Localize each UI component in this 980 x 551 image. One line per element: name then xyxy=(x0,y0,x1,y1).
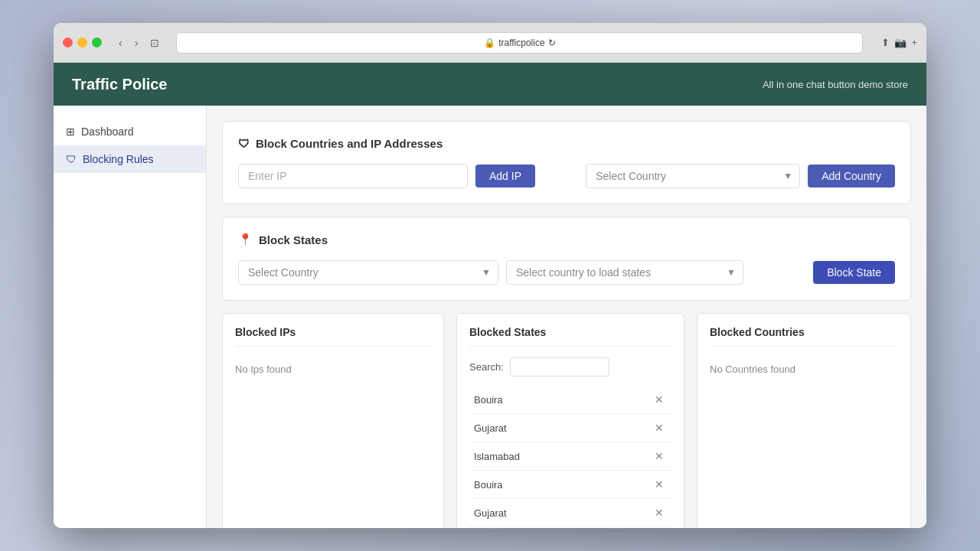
country-select-wrapper: Select Country ▼ xyxy=(586,164,800,188)
blocked-states-panel: Blocked States Search: Bouira ✕ Gujarat xyxy=(456,313,684,528)
browser-window: ‹ › ⊡ 🔒 trafficpolice ↻ ⬆ 📷 + Traffic Po… xyxy=(54,23,926,528)
state-name-1: Gujarat xyxy=(474,422,507,434)
search-input[interactable] xyxy=(510,357,609,377)
shield-icon: 🛡 xyxy=(238,137,250,150)
states-input-row: Select Country ▼ Select country to load … xyxy=(238,260,895,285)
search-label: Search: xyxy=(469,361,504,373)
state-row-3: Bouira ✕ xyxy=(469,471,671,499)
remove-state-button-2[interactable]: ✕ xyxy=(652,448,667,464)
add-ip-button[interactable]: Add IP xyxy=(475,165,535,187)
block-states-title: 📍 Block States xyxy=(238,233,895,246)
dashboard-icon: ⊞ xyxy=(66,126,75,138)
browser-action-icons: ⬆ 📷 + xyxy=(881,37,917,48)
traffic-lights xyxy=(63,37,102,47)
screenshot-icon[interactable]: 📷 xyxy=(894,37,906,48)
state-list: Bouira ✕ Gujarat ✕ Islamabad ✕ xyxy=(469,386,671,528)
sidebar-label-dashboard: Dashboard xyxy=(81,126,134,138)
state-select[interactable]: Select country to load states xyxy=(506,260,743,285)
blocking-rules-icon: 🛡 xyxy=(66,153,77,165)
url-text: trafficpolice xyxy=(498,37,544,48)
states-country-select-wrapper: Select Country ▼ xyxy=(238,260,498,285)
share-icon[interactable]: ⬆ xyxy=(881,37,890,48)
blocked-countries-title: Blocked Countries xyxy=(710,326,898,347)
country-select[interactable]: Select Country xyxy=(586,164,800,188)
block-ip-section: 🛡 Block Countries and IP Addresses Add I… xyxy=(222,121,911,204)
state-name-4: Gujarat xyxy=(474,507,507,519)
main-content: 🛡 Block Countries and IP Addresses Add I… xyxy=(207,106,926,528)
block-state-button[interactable]: Block State xyxy=(813,261,895,284)
add-country-button[interactable]: Add Country xyxy=(808,165,895,187)
new-tab-icon[interactable]: + xyxy=(911,37,917,48)
sidebar: ⊞ Dashboard 🛡 Blocking Rules xyxy=(54,106,207,528)
remove-state-button-3[interactable]: ✕ xyxy=(652,477,667,492)
no-ips-message: No Ips found xyxy=(235,357,431,381)
browser-chrome: ‹ › ⊡ 🔒 trafficpolice ↻ ⬆ 📷 + xyxy=(54,23,926,63)
store-name: All in one chat button demo store xyxy=(763,79,908,90)
state-name-0: Bouira xyxy=(474,394,503,406)
remove-state-button-0[interactable]: ✕ xyxy=(652,392,667,407)
address-bar[interactable]: 🔒 trafficpolice ↻ xyxy=(176,32,863,54)
pin-icon: 📍 xyxy=(238,233,253,246)
app-header: Traffic Police All in one chat button de… xyxy=(54,63,926,106)
sidebar-label-blocking-rules: Blocking Rules xyxy=(83,153,154,165)
ip-input[interactable] xyxy=(238,164,468,188)
state-name-2: Islamabad xyxy=(474,451,520,462)
app-title: Traffic Police xyxy=(72,76,168,93)
state-select-wrapper: Select country to load states ▼ xyxy=(506,260,743,285)
close-button[interactable] xyxy=(63,37,73,47)
remove-state-button-1[interactable]: ✕ xyxy=(652,420,667,435)
app-container: Traffic Police All in one chat button de… xyxy=(54,63,926,528)
search-row: Search: xyxy=(469,357,671,377)
state-row-5: Islamabad ✕ xyxy=(469,527,671,528)
reload-icon: ↻ xyxy=(548,37,556,48)
block-states-section: 📍 Block States Select Country ▼ Sel xyxy=(222,217,911,301)
maximize-button[interactable] xyxy=(92,37,102,47)
view-button[interactable]: ⊡ xyxy=(145,35,164,51)
state-row-1: Gujarat ✕ xyxy=(469,414,671,442)
sidebar-item-blocking-rules[interactable]: 🛡 Blocking Rules xyxy=(54,145,206,173)
state-row-4: Gujarat ✕ xyxy=(469,499,671,527)
minimize-button[interactable] xyxy=(77,37,87,47)
block-ip-title: 🛡 Block Countries and IP Addresses xyxy=(238,137,895,150)
blocked-countries-panel: Blocked Countries No Countries found xyxy=(697,313,911,528)
ip-input-row: Add IP Select Country ▼ Add Country xyxy=(238,164,895,188)
state-row-0: Bouira ✕ xyxy=(469,386,671,414)
lock-icon: 🔒 xyxy=(484,37,495,48)
blocked-states-title: Blocked States xyxy=(469,326,671,347)
blocked-ips-title: Blocked IPs xyxy=(235,326,431,347)
state-row-2: Islamabad ✕ xyxy=(469,442,671,471)
states-country-select[interactable]: Select Country xyxy=(238,260,498,285)
no-countries-message: No Countries found xyxy=(710,357,898,381)
sidebar-item-dashboard[interactable]: ⊞ Dashboard xyxy=(54,118,206,145)
nav-buttons: ‹ › ⊡ xyxy=(114,35,164,51)
state-name-3: Bouira xyxy=(474,479,503,491)
panels-row: Blocked IPs No Ips found Blocked States … xyxy=(222,313,911,528)
blocked-ips-panel: Blocked IPs No Ips found xyxy=(222,313,444,528)
forward-button[interactable]: › xyxy=(130,35,143,51)
main-layout: ⊞ Dashboard 🛡 Blocking Rules 🛡 Block Cou… xyxy=(54,106,926,528)
back-button[interactable]: ‹ xyxy=(114,35,127,51)
remove-state-button-4[interactable]: ✕ xyxy=(652,505,667,520)
